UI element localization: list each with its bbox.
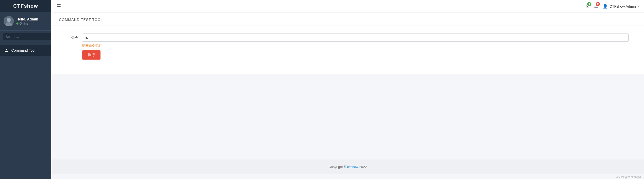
svg-point-1 xyxy=(7,18,11,22)
sidebar-search-bar: 🔍 xyxy=(0,31,51,43)
mail-icon-wrapper[interactable]: ✉ 4 xyxy=(586,4,589,9)
status-dot-icon xyxy=(16,23,18,25)
execute-button[interactable]: 执行 xyxy=(82,50,100,60)
topbar-username: CTFshow Admin xyxy=(609,4,636,8)
form-section: 命令 提交命令执行 执行 xyxy=(51,26,644,74)
footer: Copyright © ctfshow 2022 xyxy=(51,160,644,174)
avatar xyxy=(4,16,14,26)
command-label: 命令 xyxy=(67,33,82,40)
topbar: ☰ ✉ 4 ⚌ 9 👤 CTFshow Admin ▾ xyxy=(51,0,644,13)
sidebar-status: Online xyxy=(16,22,38,25)
chevron-down-icon: ▾ xyxy=(637,5,639,8)
content-area: COMMAND TEST TOOL 命令 提交命令执行 执行 Copyrigh xyxy=(51,13,644,179)
sidebar-item-label: Command Tool xyxy=(11,48,35,52)
topbar-user-menu[interactable]: 👤 CTFshow Admin ▾ xyxy=(603,4,639,9)
mail-badge: 4 xyxy=(587,2,591,6)
sidebar-nav: Command Tool xyxy=(0,43,51,179)
command-input[interactable] xyxy=(82,33,629,42)
topbar-right: ✉ 4 ⚌ 9 👤 CTFshow Admin ▾ xyxy=(586,4,639,9)
sidebar-item-command-tool[interactable]: Command Tool xyxy=(0,45,51,56)
page-title-bar: COMMAND TEST TOOL xyxy=(51,13,644,26)
page-card: COMMAND TEST TOOL 命令 提交命令执行 执行 xyxy=(51,13,644,74)
bell-badge: 9 xyxy=(596,2,600,6)
user-icon: 👤 xyxy=(603,4,608,9)
bottom-note: CSDN @baozongwi xyxy=(51,174,644,179)
footer-text-pre: Copyright © xyxy=(328,165,347,169)
command-hint: 提交命令执行 xyxy=(82,43,629,48)
main-column: ☰ ✉ 4 ⚌ 9 👤 CTFshow Admin ▾ xyxy=(51,0,644,179)
command-form-row: 命令 提交命令执行 执行 xyxy=(67,33,629,60)
footer-text-post: 2022 xyxy=(358,165,367,169)
search-input[interactable] xyxy=(3,33,51,40)
command-input-wrapper: 提交命令执行 执行 xyxy=(82,33,629,60)
sidebar-brand: CTFshow xyxy=(0,0,51,12)
command-tool-icon xyxy=(4,48,9,53)
footer-link[interactable]: ctfshow xyxy=(347,165,358,169)
sidebar: CTFshow Hello, Admin Online 🔍 xyxy=(0,0,51,179)
content-gray-area xyxy=(51,74,644,160)
topbar-left: ☰ xyxy=(56,3,61,9)
sidebar-user-section: Hello, Admin Online xyxy=(0,12,51,31)
bell-icon-wrapper[interactable]: ⚌ 9 xyxy=(594,4,598,9)
page-title: COMMAND TEST TOOL xyxy=(59,18,103,22)
hamburger-icon[interactable]: ☰ xyxy=(56,3,61,9)
sidebar-user-info: Hello, Admin Online xyxy=(16,17,38,25)
sidebar-username: Hello, Admin xyxy=(16,17,38,21)
